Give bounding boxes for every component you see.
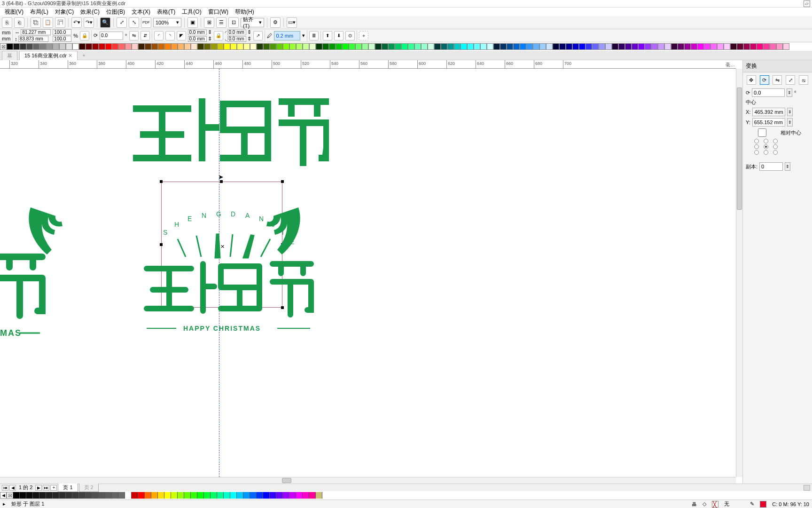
color-swatch[interactable]: [197, 43, 204, 50]
zoom-in-icon[interactable]: ⤢: [117, 17, 127, 28]
color-swatch[interactable]: [467, 43, 474, 50]
color-swatch[interactable]: [408, 43, 414, 50]
color-swatch[interactable]: [487, 43, 493, 50]
color-swatch[interactable]: [132, 43, 138, 50]
corner-tl[interactable]: [188, 30, 207, 35]
canvas[interactable]: ✕ ➤ S H E N G D A N: [0, 69, 736, 477]
color-swatch[interactable]: [178, 43, 184, 50]
corner-br[interactable]: [227, 36, 246, 42]
color-swatch[interactable]: [72, 492, 79, 499]
color-swatch[interactable]: [316, 492, 322, 499]
vertical-scrollbar[interactable]: [736, 69, 742, 477]
color-swatch[interactable]: [592, 43, 599, 50]
color-swatch[interactable]: [678, 43, 684, 50]
color-swatch[interactable]: [99, 492, 105, 499]
page-add-icon[interactable]: ＋: [50, 485, 57, 491]
color-swatch[interactable]: [303, 43, 309, 50]
color-swatch[interactable]: [99, 43, 105, 50]
color-swatch[interactable]: [737, 43, 743, 50]
color-swatch[interactable]: [533, 43, 539, 50]
color-swatch[interactable]: [414, 43, 421, 50]
color-swatch[interactable]: [191, 492, 197, 499]
corner-round-icon[interactable]: ◜: [154, 31, 164, 40]
sel-handle-tr[interactable]: [281, 180, 284, 183]
color-swatch[interactable]: [26, 43, 33, 50]
docker-copies[interactable]: [759, 162, 783, 171]
color-swatch[interactable]: [461, 43, 467, 50]
clone-icon[interactable]: ⿸: [55, 17, 65, 28]
color-swatch[interactable]: [342, 43, 349, 50]
corner-lock-icon[interactable]: 🔒: [214, 31, 223, 40]
pdf-icon[interactable]: PDF: [141, 17, 151, 28]
convert-curves-icon[interactable]: ⊙: [345, 31, 355, 40]
color-swatch[interactable]: [276, 492, 283, 499]
color-swatch[interactable]: [526, 43, 533, 50]
color-swatch[interactable]: [566, 43, 572, 50]
redo-icon[interactable]: ↷▾: [84, 17, 94, 28]
color-swatch[interactable]: [770, 43, 776, 50]
color-swatch[interactable]: [474, 43, 480, 50]
color-swatch[interactable]: [684, 43, 691, 50]
menu-window[interactable]: 窗口(W): [205, 8, 231, 16]
copy-icon[interactable]: ⿻: [31, 17, 41, 28]
menu-tools[interactable]: 工具(O): [179, 8, 204, 16]
outline-width[interactable]: [274, 31, 300, 40]
import-icon[interactable]: ⎘: [2, 17, 12, 28]
color-swatch[interactable]: [289, 492, 296, 499]
docker-angle[interactable]: [752, 88, 785, 97]
rel-corner-icon[interactable]: ↗: [253, 31, 263, 40]
no-fill-icon[interactable]: ☒: [7, 492, 13, 499]
color-swatch[interactable]: [257, 492, 263, 499]
color-swatch[interactable]: [39, 43, 46, 50]
obj-height[interactable]: [18, 36, 48, 42]
color-swatch[interactable]: [224, 43, 230, 50]
color-swatch[interactable]: [158, 492, 164, 499]
paste-icon[interactable]: 📋: [43, 17, 53, 28]
color-swatch[interactable]: [92, 492, 99, 499]
size-tab-icon[interactable]: ⤢: [786, 75, 795, 85]
color-swatch[interactable]: [7, 43, 13, 50]
mirror-h-icon[interactable]: ⇋: [129, 31, 139, 40]
color-swatch[interactable]: [388, 43, 395, 50]
color-swatch[interactable]: [710, 43, 717, 50]
skew-tab-icon[interactable]: ⧅: [799, 75, 808, 85]
scale-y[interactable]: [53, 36, 71, 42]
color-swatch[interactable]: [224, 492, 230, 499]
color-swatch[interactable]: [579, 43, 586, 50]
zoom-level[interactable]: 100%▾: [153, 18, 181, 27]
color-swatch[interactable]: [138, 492, 145, 499]
menu-help[interactable]: 帮助(H): [232, 8, 257, 16]
page-next-icon[interactable]: ▶: [35, 485, 42, 491]
color-swatch[interactable]: [658, 43, 664, 50]
color-swatch[interactable]: [309, 492, 316, 499]
color-swatch[interactable]: [546, 43, 553, 50]
color-swatch[interactable]: [118, 492, 125, 499]
wrap-text-icon[interactable]: ≣: [309, 31, 319, 40]
color-swatch[interactable]: [691, 43, 697, 50]
color-swatch[interactable]: [112, 492, 118, 499]
color-swatch[interactable]: [79, 492, 86, 499]
close-tab-icon[interactable]: ✕: [68, 53, 72, 58]
color-swatch[interactable]: [697, 43, 704, 50]
color-swatch[interactable]: [507, 43, 513, 50]
color-swatch[interactable]: [217, 43, 224, 50]
color-swatch[interactable]: [586, 43, 592, 50]
color-swatch[interactable]: [53, 43, 59, 50]
color-swatch[interactable]: [382, 43, 388, 50]
color-swatch[interactable]: [105, 43, 112, 50]
color-swatch[interactable]: [79, 43, 86, 50]
color-swatch[interactable]: [197, 492, 204, 499]
color-swatch[interactable]: [599, 43, 605, 50]
to-front-icon[interactable]: ⬆: [323, 31, 332, 40]
color-swatch[interactable]: [309, 43, 316, 50]
fill-none-swatch[interactable]: ╳: [712, 501, 718, 508]
color-swatch[interactable]: [329, 43, 336, 50]
page-tab-2[interactable]: 页 2: [79, 483, 99, 492]
color-swatch[interactable]: [724, 43, 730, 50]
menu-table[interactable]: 表格(T): [154, 8, 178, 16]
color-swatch[interactable]: [270, 43, 276, 50]
color-swatch[interactable]: [632, 43, 638, 50]
restore-icon[interactable]: ▱: [804, 0, 810, 7]
color-swatch[interactable]: [362, 43, 368, 50]
color-swatch[interactable]: [401, 43, 408, 50]
